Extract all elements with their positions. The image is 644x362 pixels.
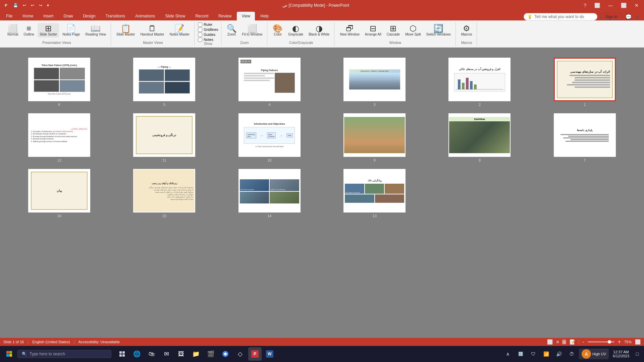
- slide-master-btn[interactable]: 📋 Slide Master: [114, 23, 137, 38]
- slide-thumb-6[interactable]: Teton Dam Failure (1976) (cont.) Teton D…: [28, 58, 90, 101]
- zoom-btn[interactable]: 🔍 Zoom: [225, 23, 239, 38]
- gridlines-checkbox[interactable]: [198, 27, 202, 32]
- notifications-btn[interactable]: □: [633, 349, 641, 359]
- notes-checkbox[interactable]: [198, 38, 202, 42]
- zoom-slider[interactable]: [588, 341, 614, 343]
- powerpoint-taskbar-btn[interactable]: P: [248, 347, 262, 361]
- vlc-btn[interactable]: 🎬: [204, 347, 217, 361]
- slide-thumb-5[interactable]: — Piping —: [133, 58, 195, 101]
- save-quick-btn[interactable]: 💾: [11, 2, 20, 8]
- switch-windows-btn[interactable]: 🔄 Switch Windows: [424, 23, 453, 38]
- mail-btn[interactable]: ✉: [160, 347, 173, 361]
- reading-view-btn[interactable]: 📖 Reading View: [83, 23, 108, 38]
- arrange-all-btn[interactable]: ⊟ Arrange All: [363, 23, 383, 38]
- slide-item-1[interactable]: اثرات آب در سازه‌های مهندسی 1: [536, 58, 634, 107]
- move-split-btn[interactable]: ⬡ Move Split: [403, 23, 423, 38]
- normal-view-status-btn[interactable]: ⬜: [547, 339, 553, 345]
- outline-view-btn[interactable]: ≡ Outline: [21, 23, 36, 38]
- slide-thumb-11[interactable]: درنگی و فرو‌نشینی: [133, 113, 195, 157]
- word-taskbar-btn[interactable]: W: [263, 347, 276, 361]
- slide-item-10[interactable]: Introduction and Objectives swimmingpool…: [220, 113, 319, 162]
- close-btn[interactable]: ✕: [632, 2, 641, 9]
- minimize-btn[interactable]: —: [605, 2, 615, 9]
- signin-button[interactable]: Sign in: [601, 13, 622, 20]
- ruler-checkbox[interactable]: [198, 22, 202, 27]
- battery-icon-btn[interactable]: ⏱: [566, 349, 577, 359]
- slide-thumb-16[interactable]: پیان: [28, 169, 90, 213]
- slide-thumb-15[interactable]: زیرتکنیک و آبهای زیر زمینی مسئولیت کنترل…: [133, 169, 195, 213]
- color-btn[interactable]: 🎨 Color: [271, 23, 285, 38]
- tab-file[interactable]: File: [1, 12, 17, 20]
- slide-item-12[interactable]: راه‌حل‌های اصلاحی: 1. Excavation, fill p…: [10, 113, 108, 162]
- tab-home[interactable]: Home: [18, 12, 38, 20]
- slide-sorter-btn[interactable]: ⊞ Slide Sorter: [38, 23, 59, 38]
- chrome-btn[interactable]: [219, 347, 232, 361]
- slide-thumb-12[interactable]: راه‌حل‌های اصلاحی: 1. Excavation, fill p…: [28, 113, 90, 157]
- bw-btn[interactable]: ◑ Black & White: [307, 23, 331, 38]
- slide-item-6[interactable]: Teton Dam Failure (1976) (cont.) Teton D…: [10, 58, 108, 107]
- slide-thumb-3[interactable]: Starting lineCollectorHydraulic filter: [343, 58, 406, 101]
- fit-window-btn[interactable]: ⬜ Fit to Window: [240, 23, 265, 38]
- maximize-btn[interactable]: ⬜: [618, 2, 629, 9]
- photos-btn[interactable]: 🖼: [174, 347, 188, 361]
- high-uv-badge[interactable]: A High UV: [579, 349, 609, 359]
- tab-slideshow[interactable]: Slide Show: [160, 12, 190, 20]
- slide-item-3[interactable]: Starting lineCollectorHydraulic filter 3: [325, 58, 424, 107]
- clock[interactable]: 12:37 AM 6/12/2023: [611, 349, 631, 359]
- undo-quick-btn[interactable]: ↩: [21, 2, 28, 8]
- tab-draw[interactable]: Draw: [59, 12, 77, 20]
- handout-master-btn[interactable]: 🗒 Handout Master: [139, 23, 166, 38]
- network-icon-btn[interactable]: 📶: [541, 349, 551, 359]
- ribbon-display-btn[interactable]: ⬜: [592, 2, 603, 9]
- slide-thumb-9[interactable]: [343, 113, 406, 157]
- outline-view-status-btn[interactable]: ≡: [556, 339, 559, 345]
- slide-thumb-8[interactable]: Earthflow: [448, 113, 511, 157]
- tab-record[interactable]: Record: [191, 12, 213, 20]
- collapse-ribbon-btn[interactable]: ∧: [635, 14, 639, 20]
- normal-view-btn[interactable]: ⬜ Normal: [5, 23, 20, 38]
- notes-master-btn[interactable]: 📝 Notes Master: [168, 23, 192, 38]
- edge-btn[interactable]: 🌐: [130, 347, 144, 361]
- volume-icon-btn[interactable]: 🔊: [553, 349, 564, 359]
- zoom-in-btn[interactable]: +: [618, 339, 621, 345]
- slide-thumb-7[interactable]: پایداری دامنه‌ها: [554, 113, 616, 157]
- undo-quick-btn2[interactable]: ↩: [29, 2, 36, 8]
- tray-expand-btn[interactable]: ∧: [502, 349, 513, 359]
- macros-btn[interactable]: ⚙ Macros: [459, 23, 474, 38]
- slide-item-9[interactable]: 9: [325, 113, 424, 162]
- slide-thumb-1[interactable]: اثرات آب در سازه‌های مهندسی: [554, 58, 616, 101]
- slide-thumb-2[interactable]: کنترل و فرونشین آب در سدهای خاکی: [448, 58, 511, 101]
- cortana-btn[interactable]: ◇: [233, 347, 247, 361]
- slide-thumb-14[interactable]: 1976 Kobe Earthquake 1995 Chi-Chi Earthq…: [238, 169, 301, 213]
- slide-item-5[interactable]: — Piping — 5: [115, 58, 213, 107]
- fit-slide-btn[interactable]: ⬜: [635, 339, 641, 345]
- grayscale-btn[interactable]: ◐ Grayscale: [286, 23, 305, 38]
- slide-item-8[interactable]: Earthflow 8: [430, 113, 529, 162]
- zoom-out-btn[interactable]: -: [582, 339, 584, 345]
- notes-page-btn[interactable]: 📄 Notes Page: [60, 23, 82, 38]
- security-icon-btn[interactable]: 🛡: [528, 349, 539, 359]
- tab-view[interactable]: View: [237, 12, 255, 20]
- tab-animations[interactable]: Animations: [130, 12, 160, 20]
- redo-quick-btn[interactable]: ↪: [37, 2, 44, 8]
- keyboard-icon-btn[interactable]: 🔡: [515, 349, 526, 359]
- help-btn[interactable]: ?: [581, 2, 589, 9]
- slide-item-4[interactable]: 00:25 ★ Piping Failures: [220, 58, 319, 107]
- files-btn[interactable]: 📁: [189, 347, 203, 361]
- slide-item-7[interactable]: پایداری دامنه‌ها 7: [536, 113, 634, 162]
- guides-checkbox[interactable]: [198, 33, 202, 37]
- slide-item-13[interactable]: روانگرایی خاک 1964 Niigata Earthquake 13: [325, 169, 424, 218]
- tab-help[interactable]: Help: [256, 12, 273, 20]
- slide-thumb-13[interactable]: روانگرایی خاک 1964 Niigata Earthquake: [343, 169, 406, 213]
- slide-sorter-status-btn[interactable]: ⊞: [562, 339, 566, 345]
- slide-item-2[interactable]: کنترل و فرونشین آب در سدهای خاکی 2: [430, 58, 529, 107]
- tab-review[interactable]: Review: [214, 12, 236, 20]
- task-view-btn[interactable]: [115, 347, 129, 361]
- slide-thumb-4[interactable]: 00:25 ★ Piping Failures: [238, 58, 301, 101]
- start-button[interactable]: [3, 347, 16, 361]
- slide-item-16[interactable]: پیان 16: [10, 169, 108, 218]
- tab-design[interactable]: Design: [78, 12, 100, 20]
- tab-insert[interactable]: Insert: [39, 12, 58, 20]
- notes-view-status-btn[interactable]: 📝: [570, 339, 575, 345]
- slide-item-14[interactable]: 1976 Kobe Earthquake 1995 Chi-Chi Earthq…: [220, 169, 319, 218]
